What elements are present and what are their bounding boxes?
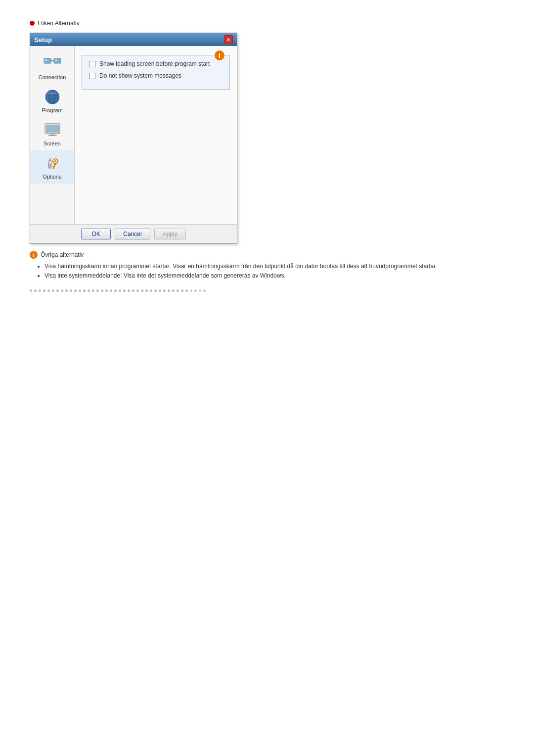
dot (141, 289, 143, 292)
dot (47, 289, 50, 292)
dot (145, 289, 148, 292)
dot (185, 289, 188, 292)
info-badge: i (215, 50, 224, 60)
dot (181, 289, 183, 292)
svg-rect-13 (46, 125, 59, 133)
loading-screen-label: Show loading screen before program start (99, 60, 210, 67)
cancel-button[interactable]: Cancel (115, 229, 150, 239)
top-label: Fliken Alternativ (30, 20, 504, 27)
close-button[interactable]: × (224, 35, 233, 44)
dot (128, 289, 130, 292)
dot (136, 289, 139, 292)
dot (163, 289, 166, 292)
dot (83, 289, 86, 292)
dot (110, 289, 112, 292)
dot (190, 289, 192, 292)
program-icon (44, 88, 61, 106)
dot (203, 289, 206, 292)
dot (79, 289, 81, 292)
svg-rect-15 (48, 135, 57, 136)
loading-screen-checkbox[interactable] (89, 61, 95, 67)
setup-dialog: Setup × Connection (30, 33, 237, 244)
sidebar-label-program: Program (42, 107, 62, 113)
top-label-text: Fliken Alternativ (38, 20, 80, 27)
dotted-separator (30, 289, 504, 292)
connection-icon (44, 55, 61, 73)
ok-button[interactable]: OK (81, 229, 111, 239)
dot (172, 289, 175, 292)
dot (150, 289, 152, 292)
screen-icon (44, 121, 61, 139)
sidebar: Connection Program (30, 46, 75, 224)
info-icon: i (30, 251, 38, 259)
svg-rect-16 (48, 164, 51, 168)
svg-point-11 (47, 92, 57, 94)
checkbox-row-2: Do not show system messages (89, 72, 222, 79)
bullet-item-1: Visa hämtningsskärm innan programmet sta… (44, 262, 504, 271)
options-icon (44, 154, 61, 172)
dot (65, 289, 68, 292)
dot (43, 289, 45, 292)
dot (159, 289, 161, 292)
red-dot-icon (30, 21, 35, 26)
bottom-title-text: Övriga alternativ (41, 251, 84, 258)
dot (52, 289, 54, 292)
sidebar-item-options[interactable]: Options (30, 150, 74, 184)
svg-marker-18 (49, 158, 51, 160)
dot (70, 289, 72, 292)
dot (34, 289, 37, 292)
dialog-titlebar: Setup × (30, 33, 237, 46)
svg-rect-5 (55, 59, 57, 61)
dot (132, 289, 134, 292)
dot (123, 289, 126, 292)
dot (56, 289, 59, 292)
sidebar-item-connection[interactable]: Connection (30, 51, 74, 84)
dot (199, 289, 201, 292)
content-area: i Show loading screen before program sta… (75, 46, 237, 224)
sidebar-item-screen[interactable]: Screen (30, 117, 74, 150)
dialog-title: Setup (34, 36, 52, 44)
bottom-title: i Övriga alternativ (30, 251, 504, 259)
dot (114, 289, 117, 292)
dot (177, 289, 179, 292)
sidebar-label-options: Options (43, 174, 62, 180)
dot (61, 289, 63, 292)
bullet-item-2: Visa inte systemmeddelande: Visa inte de… (44, 271, 504, 281)
dot (119, 289, 121, 292)
svg-rect-2 (45, 59, 47, 61)
system-messages-label: Do not show system messages (99, 72, 181, 79)
options-box: i Show loading screen before program sta… (82, 55, 230, 90)
dialog-body: Connection Program (30, 46, 237, 224)
dot (101, 289, 103, 292)
system-messages-checkbox[interactable] (89, 73, 95, 79)
sidebar-label-connection: Connection (39, 74, 66, 80)
dialog-footer: OK Cancel Apply (30, 224, 237, 243)
dot (105, 289, 108, 292)
svg-point-20 (54, 160, 56, 162)
dot (194, 289, 197, 292)
dot (96, 289, 99, 292)
bullet-list: Visa hämtningsskärm innan programmet sta… (44, 262, 504, 281)
svg-line-21 (53, 164, 55, 168)
svg-marker-17 (48, 160, 51, 164)
bottom-section: i Övriga alternativ Visa hämtningsskärm … (30, 251, 504, 281)
dot (154, 289, 157, 292)
checkbox-row-1: Show loading screen before program start (89, 60, 222, 67)
dot (74, 289, 77, 292)
dot (39, 289, 41, 292)
apply-button[interactable]: Apply (154, 229, 186, 239)
dot (88, 289, 90, 292)
dot (168, 289, 170, 292)
sidebar-label-screen: Screen (44, 141, 61, 146)
sidebar-item-program[interactable]: Program (30, 84, 74, 117)
dot (92, 289, 94, 292)
dot (30, 289, 32, 292)
